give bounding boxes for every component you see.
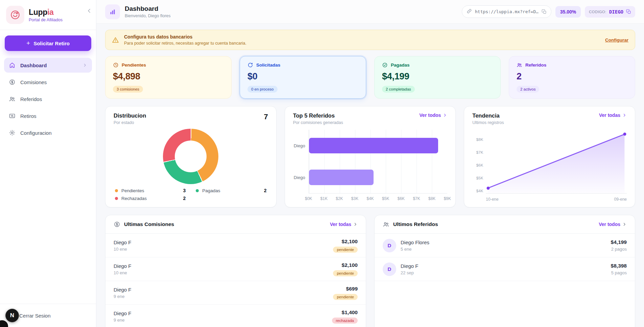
top-referrals-bar-chart: DiegoDiego$0K$1K$2K$3K$4K$5K$6K$7K$8K$9K — [293, 130, 448, 202]
referral-date: 22 sep — [401, 270, 419, 275]
y-tick: $6K — [476, 163, 483, 167]
referral-row[interactable]: DDiego F22 sep$8,3985 pagos — [375, 257, 635, 281]
page-subtitle: Bienvenido, Diego flores — [125, 14, 171, 18]
sidebar-item-comisiones[interactable]: Comisiones — [4, 75, 92, 90]
configure-link[interactable]: Configurar — [605, 37, 628, 43]
y-tick: $5K — [476, 176, 483, 180]
see-all-latest-referrals-link[interactable]: Ver todos — [599, 222, 627, 227]
sidebar-nav: DashboardComisionesReferidosRetirosConfi… — [0, 58, 96, 140]
distribution-title: Distribucion — [114, 112, 146, 119]
latest-commissions-title: Ultimas Comisiones — [124, 221, 174, 227]
logout-button[interactable]: Cerrar Sesion — [19, 313, 51, 319]
sidebar-item-configuracion[interactable]: Configuracion — [4, 125, 92, 140]
legend-value: 2 — [183, 196, 186, 201]
x-tick: $1K — [320, 196, 328, 201]
referral-code-pill[interactable]: CODIGO: DIEGO — [585, 6, 635, 18]
stat-value: 2 — [517, 71, 627, 82]
commission-row[interactable]: Diego F10 ene$2,100pendiente — [105, 257, 366, 281]
dollar-circle-icon — [114, 221, 120, 228]
commission-date: 9 ene — [114, 318, 132, 323]
code-value: DIEGO — [609, 9, 623, 15]
referral-row[interactable]: DDiego Flores5 ene$4,1992 pagos — [375, 234, 635, 257]
line-plot-area — [486, 129, 627, 194]
gear-icon — [9, 129, 16, 136]
stat-label: Referidos — [525, 62, 546, 68]
distribution-card: Distribucion Por estado 7 Pendientes3Pag… — [105, 106, 277, 207]
status-badge: pendiente — [333, 247, 358, 253]
commission-row[interactable]: Diego F10 ene$2,100pendiente — [105, 234, 366, 257]
trend-card: Tendencia Ultimos registros Ver todas $8… — [464, 106, 635, 207]
data-point — [486, 186, 490, 190]
sidebar-item-referidos[interactable]: Referidos — [4, 92, 92, 106]
legend-label: Pagadas — [202, 188, 220, 193]
trend-title: Tendencia — [472, 112, 504, 119]
see-all-commissions-link[interactable]: Ver todas — [330, 222, 358, 227]
stat-card-pagadas[interactable]: Pagadas$4,1992 completadas — [374, 56, 501, 99]
brand: Luppia Portal de Afiliados — [0, 0, 96, 29]
chevron-right-icon — [443, 113, 447, 118]
brand-text: Luppia Portal de Afiliados — [29, 8, 63, 22]
dev-overlay-badge[interactable]: N — [5, 309, 19, 322]
bar-1[interactable] — [309, 170, 374, 185]
copy-url-button[interactable] — [542, 9, 547, 14]
see-all-trend-link[interactable]: Ver todas — [599, 112, 627, 118]
stat-label: Pendientes — [122, 62, 146, 68]
referral-payments: 2 pagos — [611, 247, 627, 252]
commission-row[interactable]: Diego F9 ene$1,400rechazada — [105, 305, 366, 327]
sidebar-divider — [0, 30, 96, 30]
card-icon — [9, 112, 16, 119]
chevron-right-icon — [622, 222, 627, 227]
distribution-donut-chart — [163, 129, 218, 184]
link-icon — [467, 8, 472, 15]
topbar: Dashboard Bienvenido, Diego flores https… — [96, 0, 644, 24]
referral-name: Diego Flores — [401, 240, 429, 245]
sidebar-collapse-button[interactable] — [86, 7, 93, 14]
status-badge: pendiente — [333, 270, 358, 276]
trend-subtitle: Ultimos registros — [472, 120, 504, 125]
legend-dot — [115, 197, 118, 200]
commission-name: Diego F — [114, 287, 132, 293]
legend-value: 2 — [264, 188, 267, 193]
stat-card-referidos[interactable]: Referidos22 activos — [509, 56, 635, 99]
stat-card-pendientes[interactable]: Pendientes$4,8983 comisiones — [105, 56, 232, 99]
bar-0[interactable] — [309, 138, 438, 153]
referral-url-pill[interactable]: https://luppia.mx?ref=D… — [462, 5, 551, 18]
legend-item-pagadas: Pagadas2 — [196, 188, 266, 193]
banner-title: Configura tus datos bancarios — [124, 34, 246, 40]
referral-name: Diego F — [401, 263, 419, 269]
commission-row[interactable]: Diego F9 ene$699pendiente — [105, 281, 366, 305]
referral-amount: $8,398 — [611, 263, 627, 269]
top-referrals-head: Top 5 Referidos Por comisiones generadas… — [293, 112, 448, 125]
legend-dot — [115, 189, 118, 192]
y-tick: $7K — [476, 150, 483, 154]
status-badge: pendiente — [333, 294, 358, 300]
legend-item-rechazadas: Rechazadas2 — [115, 196, 186, 201]
commissions-list: Diego F10 ene$2,100pendienteDiego F10 en… — [105, 234, 366, 327]
x-label: 10-ene — [486, 197, 498, 202]
top-referrals-title: Top 5 Referidos — [293, 112, 343, 119]
copy-code-button[interactable] — [626, 9, 631, 14]
sidebar-item-dashboard[interactable]: Dashboard — [4, 58, 92, 73]
sidebar-item-label: Configuracion — [20, 130, 52, 136]
commission-rate-badge: 35.00% — [555, 6, 581, 18]
request-withdrawal-button[interactable]: + Solicitar Retiro — [5, 35, 91, 51]
referral-url: https://luppia.mx?ref=D… — [475, 9, 539, 14]
commission-date: 10 ene — [114, 247, 132, 252]
brand-name: Luppia — [29, 8, 63, 17]
sidebar-item-retiros[interactable]: Retiros — [4, 108, 92, 123]
page-heading: Dashboard Bienvenido, Diego flores — [125, 5, 171, 18]
x-tick: $0K — [305, 196, 312, 201]
latest-commissions-card: Ultimas Comisiones Ver todas Diego F10 e… — [105, 215, 366, 327]
legend-label: Rechazadas — [121, 196, 147, 201]
x-tick: $5K — [382, 196, 389, 201]
request-withdrawal-label: Solicitar Retiro — [33, 41, 70, 46]
see-all-referrals-link[interactable]: Ver todos — [420, 112, 448, 118]
app-root: Luppia Portal de Afiliados + Solicitar R… — [0, 0, 644, 327]
bank-setup-banner: Configura tus datos bancarios Para poder… — [105, 30, 635, 50]
bar-label: Diego — [293, 162, 309, 194]
x-label: 09-ene — [614, 197, 627, 202]
legend-dot — [196, 189, 199, 192]
stat-card-solicitadas[interactable]: Solicitadas$00 en proceso — [240, 56, 366, 99]
sidebar-item-label: Comisiones — [20, 79, 47, 85]
brand-logo-icon — [6, 6, 24, 24]
